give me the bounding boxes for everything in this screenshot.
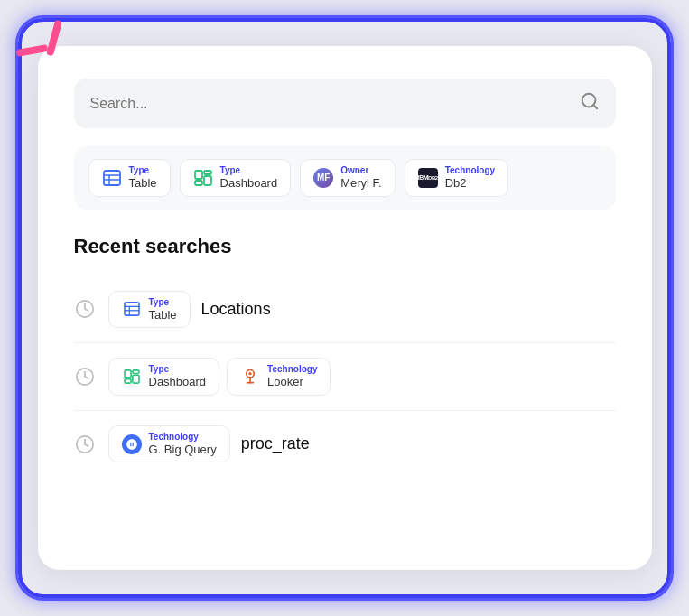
recent-search-term-locations: Locations bbox=[201, 300, 271, 319]
chip-type-dashboard-text: Type Dashboard bbox=[220, 165, 278, 191]
svg-rect-11 bbox=[125, 303, 139, 315]
bigquery-icon bbox=[122, 434, 142, 454]
chip-technology-looker-recent[interactable]: Technology Looker bbox=[227, 358, 331, 396]
svg-rect-8 bbox=[204, 176, 211, 185]
chip-value: G. Big Query bbox=[149, 443, 217, 457]
chip-owner-meryl[interactable]: MF Owner Meryl F. bbox=[300, 159, 396, 197]
svg-rect-18 bbox=[132, 375, 138, 383]
main-card: Type Table Type Dashboard bbox=[38, 46, 652, 570]
chip-label: Type bbox=[220, 165, 278, 176]
chip-technology-bigquery-text: Technology G. Big Query bbox=[149, 432, 217, 457]
recent-search-term-proc-rate: proc_rate bbox=[241, 434, 310, 453]
chip-technology-looker-text: Technology Looker bbox=[267, 364, 317, 389]
recent-searches-list: Type Table Locations bbox=[74, 276, 616, 478]
chip-value: Db2 bbox=[445, 176, 495, 191]
chip-label: Technology bbox=[149, 432, 217, 443]
search-bar[interactable] bbox=[74, 79, 616, 128]
dashboard-icon bbox=[122, 367, 142, 387]
search-input[interactable] bbox=[90, 96, 580, 112]
looker-icon bbox=[240, 367, 260, 387]
svg-rect-7 bbox=[204, 171, 211, 174]
svg-rect-9 bbox=[195, 181, 202, 185]
chip-label: Type bbox=[149, 297, 177, 308]
chip-type-dashboard-recent-text: Type Dashboard bbox=[149, 364, 207, 389]
chip-label: Type bbox=[129, 165, 157, 176]
chip-type-dashboard[interactable]: Type Dashboard bbox=[180, 159, 292, 197]
dashboard-icon bbox=[193, 168, 213, 188]
chip-label: Type bbox=[149, 364, 207, 375]
db2-icon: IBM DB2 bbox=[418, 168, 438, 188]
chip-value: Table bbox=[149, 308, 177, 322]
history-icon bbox=[74, 299, 96, 319]
history-icon bbox=[74, 434, 96, 454]
recent-chips-row1: Type Table Locations bbox=[108, 291, 271, 329]
chip-type-table-text: Type Table bbox=[129, 165, 157, 191]
table-icon bbox=[102, 168, 122, 188]
owner-avatar-icon: MF bbox=[313, 168, 333, 188]
chip-value: Meryl F. bbox=[340, 176, 382, 191]
svg-point-21 bbox=[248, 372, 251, 375]
recent-row-locations[interactable]: Type Table Locations bbox=[74, 276, 616, 344]
chip-label: Owner bbox=[340, 165, 382, 176]
svg-rect-16 bbox=[125, 370, 131, 378]
chip-value: Dashboard bbox=[220, 176, 278, 191]
chip-label: Technology bbox=[267, 364, 317, 375]
chip-technology-db2[interactable]: IBM DB2 Technology Db2 bbox=[405, 159, 508, 197]
table-icon bbox=[122, 299, 142, 319]
chip-type-table-recent-text: Type Table bbox=[149, 297, 177, 322]
svg-line-1 bbox=[593, 105, 597, 108]
outer-wrapper: Type Table Type Dashboard bbox=[0, 0, 689, 616]
chip-value: Looker bbox=[267, 375, 317, 389]
history-icon bbox=[74, 367, 96, 387]
filter-chips-row: Type Table Type Dashboard bbox=[74, 146, 616, 210]
chip-label: Technology bbox=[445, 165, 495, 176]
recent-row-dashboard-looker[interactable]: Type Dashboard bbox=[74, 343, 616, 411]
svg-rect-17 bbox=[132, 370, 138, 374]
search-icon bbox=[580, 91, 600, 116]
recent-row-proc-rate[interactable]: Technology G. Big Query proc_rate bbox=[74, 411, 616, 478]
chip-type-table[interactable]: Type Table bbox=[88, 159, 171, 197]
recent-chips-row3: Technology G. Big Query proc_rate bbox=[108, 425, 310, 463]
recent-searches-heading: Recent searches bbox=[74, 235, 616, 258]
svg-rect-19 bbox=[125, 379, 131, 383]
chip-owner-text: Owner Meryl F. bbox=[340, 165, 382, 191]
chip-technology-bigquery-recent[interactable]: Technology G. Big Query bbox=[108, 425, 230, 463]
chip-type-table-recent[interactable]: Type Table bbox=[108, 291, 191, 329]
svg-rect-6 bbox=[195, 171, 202, 179]
recent-chips-row2: Type Dashboard bbox=[108, 358, 331, 396]
chip-type-dashboard-recent[interactable]: Type Dashboard bbox=[108, 358, 220, 396]
svg-rect-2 bbox=[104, 171, 120, 185]
chip-value: Table bbox=[129, 176, 157, 191]
chip-value: Dashboard bbox=[149, 375, 207, 389]
chip-technology-db2-text: Technology Db2 bbox=[445, 165, 495, 191]
